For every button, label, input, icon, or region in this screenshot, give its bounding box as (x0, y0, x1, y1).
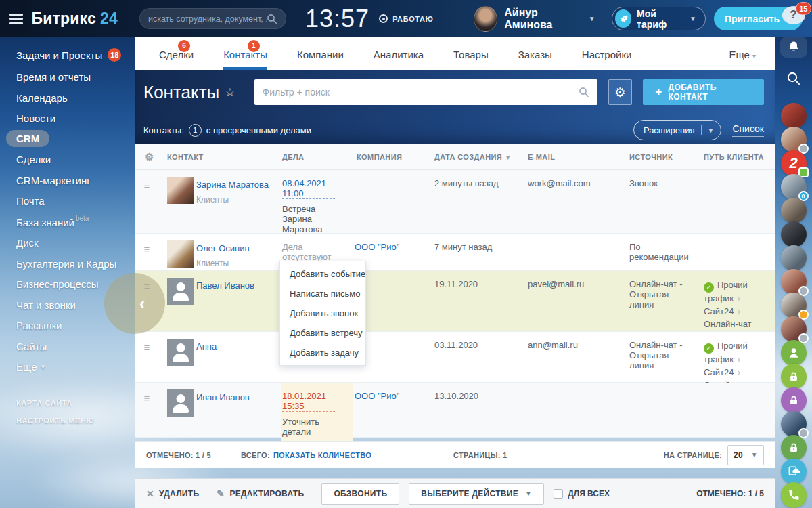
tab-products[interactable]: Товары (453, 37, 489, 70)
tab-settings[interactable]: Настройки (582, 37, 632, 70)
tab-more[interactable]: Еще▾ (729, 37, 756, 70)
employee-avatar[interactable] (781, 103, 807, 129)
column-header-7[interactable]: ПУТЬ КЛИЕНТА (702, 153, 775, 161)
global-search-input[interactable] (148, 14, 267, 24)
employee-avatar[interactable] (781, 127, 807, 152)
company-link[interactable]: ООО "Рио" (355, 391, 399, 401)
employee-avatar[interactable] (781, 221, 807, 247)
sidebar-item-time-reports[interactable]: Время и отчеты (0, 66, 135, 87)
bitrix24-logo[interactable]: Битрикс24 (31, 9, 118, 28)
activity-date-link[interactable]: 18.01.2021 15:35 (282, 391, 335, 412)
call-button[interactable]: ОБЗВОНИТЬ (321, 483, 399, 505)
context-menu-item[interactable]: Добавить звонок (280, 303, 365, 323)
search-icon[interactable] (780, 68, 807, 89)
hamburger-menu-icon[interactable] (9, 14, 23, 24)
table-row[interactable]: ≡Павел Иванов19.11.2020pavel@mail.ruОнла… (135, 271, 775, 332)
employee-avatar[interactable] (781, 293, 807, 318)
table-row[interactable]: ≡Зарина МаратоваКлиенты08.04.2021 11:00В… (135, 170, 775, 234)
table-row[interactable]: ≡Олег ОсининКлиентыДела отсутствуютООО "… (135, 234, 775, 271)
sidebar-item-sites[interactable]: Сайты (0, 335, 135, 356)
choose-action-dropdown[interactable]: ВЫБЕРИТЕ ДЕЙСТВИЕ▼ (409, 483, 544, 505)
sidebar-item-crm-marketing[interactable]: CRM-маркетинг (0, 169, 135, 190)
sidebar-item-tasks[interactable]: Задачи и Проекты18 (0, 44, 135, 66)
row-drag-handle[interactable]: ≡ (135, 170, 162, 240)
client-path-step[interactable]: Сайт24 (704, 367, 734, 377)
column-header-4[interactable]: ДАТА СОЗДАНИЯ▼ (426, 153, 526, 161)
column-header-3[interactable]: КОМПАНИЯ (353, 153, 426, 161)
view-list-switcher[interactable]: Список (732, 123, 764, 137)
column-header-5[interactable]: E-MAIL (526, 153, 628, 161)
extensions-button[interactable]: Расширения ▼ (633, 120, 722, 140)
bell-icon[interactable] (780, 37, 807, 58)
employee-avatar[interactable] (781, 245, 807, 271)
global-search[interactable] (139, 8, 286, 29)
filter-search[interactable] (254, 79, 597, 105)
employee-avatar[interactable] (781, 411, 807, 437)
sidebar-item-crm[interactable]: CRM (0, 128, 135, 149)
table-row[interactable]: ≡Иван Иванов18.01.2021 15:35Уточнить дет… (135, 383, 775, 438)
client-path-step[interactable]: Сайт24 (704, 306, 734, 316)
row-drag-handle[interactable]: ≡ (135, 383, 162, 442)
edit-button[interactable]: ✎РЕДАКТИРОВАТЬ (217, 488, 304, 499)
work-clock[interactable]: 13:57 (305, 5, 369, 33)
contact-name-link[interactable]: Зарина Маратова (196, 179, 269, 190)
contact-name-link[interactable]: Иван Иванов (196, 392, 250, 402)
per-page-select[interactable]: 20 ▼ (727, 445, 764, 465)
grid-header-gear-icon[interactable]: ⚙ (135, 151, 162, 163)
grid-settings-button[interactable]: ⚙ (608, 79, 633, 105)
tab-companies[interactable]: Компании (297, 37, 344, 70)
sitemap-link[interactable]: КАРТА САЙТА (0, 394, 135, 412)
activity-date-link[interactable]: 08.04.2021 11:00 (282, 178, 335, 199)
context-menu-item[interactable]: Написать письмо (280, 284, 365, 303)
column-header-1[interactable]: КОНТАКТ (162, 153, 281, 161)
employee-avatar[interactable] (781, 269, 807, 295)
overdue-count-badge[interactable]: 1 (189, 124, 202, 137)
sidebar-item-mail[interactable]: Почта (0, 190, 135, 211)
call-phone[interactable] (781, 482, 807, 508)
context-menu-item[interactable]: Добавить событие (280, 264, 365, 284)
context-menu-item[interactable]: Добавить встречу (280, 323, 365, 343)
collapse-sidebar-button[interactable]: ‹ (104, 273, 165, 334)
tab-orders[interactable]: Заказы (518, 37, 552, 70)
private-group-lock[interactable] (781, 364, 807, 389)
tab-contacts[interactable]: Контакты1 (223, 37, 267, 70)
sidebar-item-more[interactable]: Ещё▾ (0, 356, 135, 377)
column-header-6[interactable]: ИСТОЧНИК (628, 153, 702, 161)
context-menu-item[interactable]: Добавить задачу (280, 343, 365, 362)
devices-cloud[interactable] (781, 459, 807, 484)
my-tariff-button[interactable]: Мой тариф ▼ (612, 7, 706, 30)
customize-menu-link[interactable]: НАСТРОИТЬ МЕНЮ (0, 412, 135, 429)
client-path-step[interactable]: Онлайн-чат (704, 319, 752, 329)
company-link[interactable]: ООО "Рио" (355, 242, 399, 252)
sidebar-item-calendar[interactable]: Календарь (0, 87, 135, 108)
show-count-link[interactable]: ПОКАЗАТЬ КОЛИЧЕСТВО (273, 451, 371, 459)
tab-analytics[interactable]: Аналитика (374, 37, 424, 70)
employee-avatar[interactable] (781, 316, 807, 342)
checkbox-icon[interactable] (554, 489, 563, 499)
help-button[interactable]: ? 15 (782, 6, 805, 24)
delete-button[interactable]: ✕УДАЛИТЬ (146, 488, 199, 499)
filter-search-input[interactable] (263, 87, 579, 98)
private-group-lock[interactable] (781, 387, 807, 413)
contact-name-link[interactable]: Олег Осинин (196, 243, 250, 253)
employee-avatar[interactable]: 0 (781, 174, 807, 200)
sidebar-item-accounting-hr[interactable]: Бухгалтерия и Кадры (0, 253, 135, 274)
contact-name-link[interactable]: Павел Иванов (196, 280, 254, 291)
column-header-2[interactable]: ДЕЛА (281, 153, 353, 161)
tab-deals[interactable]: Сделки6 (159, 37, 194, 70)
favorite-star-icon[interactable]: ☆ (225, 85, 235, 100)
group-person[interactable] (781, 340, 807, 366)
employee-avatar[interactable] (781, 198, 807, 224)
bitrix24-counter[interactable]: 2 (781, 150, 807, 176)
sidebar-item-disk[interactable]: Диск (0, 232, 135, 253)
contact-name-link[interactable]: Анна (196, 341, 217, 352)
add-contact-button[interactable]: + ДОБАВИТЬ КОНТАКТ (643, 79, 764, 105)
sidebar-item-news[interactable]: Новости (0, 107, 135, 128)
work-status[interactable]: РАБОТАЮ (379, 14, 433, 23)
table-row[interactable]: ≡Анна03.11.2020ann@mail.ruОнлайн-чат - О… (135, 332, 775, 383)
sidebar-item-deals[interactable]: Сделки (0, 148, 135, 169)
for-all-checkbox[interactable]: ДЛЯ ВСЕХ (554, 489, 610, 499)
sidebar-item-knowledge-base[interactable]: База знанийbeta (0, 211, 135, 232)
user-menu[interactable]: Айнур Аминова ▼ (474, 6, 595, 32)
row-drag-handle[interactable]: ≡ (135, 234, 162, 274)
